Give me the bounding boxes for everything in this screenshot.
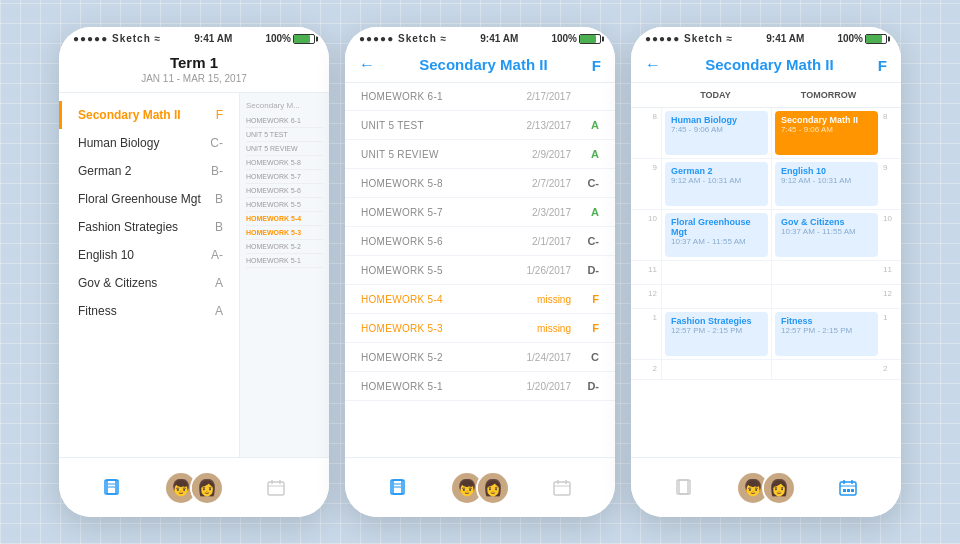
- assignment-date: 1/20/2017: [527, 381, 572, 392]
- avatar-group-3[interactable]: 👦 👩: [736, 471, 796, 505]
- mini-list-item: HOMEWORK 5-3: [246, 226, 323, 240]
- back-button-3[interactable]: ←: [645, 56, 661, 74]
- cal-row-2: 2 2: [631, 360, 901, 380]
- mini-list-item: HOMEWORK 5-4: [246, 212, 323, 226]
- event-english[interactable]: English 10 9:12 AM - 10:31 AM: [775, 162, 878, 206]
- phone-detail-view: ●●●●● Sketch ≈ 9:41 AM 100% ← Secondary …: [345, 27, 615, 517]
- assignment-row[interactable]: UNIT 5 TEST 2/13/2017 A: [345, 111, 615, 140]
- term-content: Secondary Math II F Human Biology C- Ger…: [59, 93, 329, 457]
- today-10[interactable]: Floral Greenhouse Mgt 10:37 AM - 11:55 A…: [661, 210, 771, 260]
- avatar-parent-3: 👩: [762, 471, 796, 505]
- event-sec-math[interactable]: Secondary Math II 7:45 - 9:06 AM: [775, 111, 878, 155]
- hour-right-9: 9: [881, 159, 901, 209]
- assignment-name: HOMEWORK 5-3: [361, 323, 537, 334]
- assignment-name: HOMEWORK 5-1: [361, 381, 527, 392]
- parent-face: 👩: [192, 473, 222, 503]
- mini-list-item: HOMEWORK 5-8: [246, 156, 323, 170]
- assignment-date: 2/1/2017: [532, 236, 571, 247]
- time-display-2: 9:41 AM: [480, 33, 518, 44]
- book-icon-2[interactable]: [384, 474, 412, 502]
- assignment-date: 2/3/2017: [532, 207, 571, 218]
- event-floral[interactable]: Floral Greenhouse Mgt 10:37 AM - 11:55 A…: [665, 213, 768, 257]
- assignment-row[interactable]: HOMEWORK 5-3 missing F: [345, 314, 615, 343]
- hour-right-12: 12: [881, 285, 901, 308]
- course-item[interactable]: Fitness A: [59, 297, 239, 325]
- calendar-icon-3[interactable]: [834, 474, 862, 502]
- assignment-row[interactable]: HOMEWORK 5-1 1/20/2017 D-: [345, 372, 615, 401]
- event-fashion[interactable]: Fashion Strategies 12:57 PM - 2:15 PM: [665, 312, 768, 356]
- course-name: Secondary Math II: [78, 108, 216, 122]
- time-display-3: 9:41 AM: [766, 33, 804, 44]
- tomorrow-8[interactable]: Secondary Math II 7:45 - 9:06 AM: [771, 108, 881, 158]
- book-icon-3[interactable]: [670, 474, 698, 502]
- assignment-row[interactable]: HOMEWORK 5-4 missing F: [345, 285, 615, 314]
- assignment-name: HOMEWORK 5-2: [361, 352, 527, 363]
- today-1[interactable]: Fashion Strategies 12:57 PM - 2:15 PM: [661, 309, 771, 359]
- tomorrow-10[interactable]: Gov & Citizens 10:37 AM - 11:55 AM: [771, 210, 881, 260]
- course-item[interactable]: German 2 B-: [59, 157, 239, 185]
- event-gov[interactable]: Gov & Citizens 10:37 AM - 11:55 AM: [775, 213, 878, 257]
- avatar-group-2[interactable]: 👦 👩: [450, 471, 510, 505]
- today-8[interactable]: Human Biology 7:45 - 9:06 AM: [661, 108, 771, 158]
- event-german[interactable]: German 2 9:12 AM - 10:31 AM: [665, 162, 768, 206]
- event-human-bio-time: 7:45 - 9:06 AM: [671, 125, 762, 134]
- assignment-grade: C-: [583, 177, 599, 189]
- avatar-parent: 👩: [190, 471, 224, 505]
- event-english-time: 9:12 AM - 10:31 AM: [781, 176, 872, 185]
- event-fitness[interactable]: Fitness 12:57 PM - 2:15 PM: [775, 312, 878, 356]
- assignment-grade: F: [583, 293, 599, 305]
- assignment-row[interactable]: HOMEWORK 5-2 1/24/2017 C: [345, 343, 615, 372]
- event-floral-time: 10:37 AM - 11:55 AM: [671, 237, 762, 246]
- assignment-date: missing: [537, 323, 571, 334]
- assignment-row[interactable]: UNIT 5 REVIEW 2/9/2017 A: [345, 140, 615, 169]
- assignment-row[interactable]: HOMEWORK 6-1 2/17/2017: [345, 83, 615, 111]
- assignment-grade: A: [583, 119, 599, 131]
- course-item[interactable]: Human Biology C-: [59, 129, 239, 157]
- assignment-row[interactable]: HOMEWORK 5-6 2/1/2017 C-: [345, 227, 615, 256]
- assignment-row[interactable]: HOMEWORK 5-7 2/3/2017 A: [345, 198, 615, 227]
- mini-list-item: HOMEWORK 5-5: [246, 198, 323, 212]
- course-grade: A: [215, 304, 223, 318]
- course-item[interactable]: Secondary Math II F: [59, 101, 239, 129]
- assignment-name: HOMEWORK 5-7: [361, 207, 532, 218]
- calendar-icon[interactable]: [262, 474, 290, 502]
- assignment-row[interactable]: HOMEWORK 5-5 1/26/2017 D-: [345, 256, 615, 285]
- assignment-name: HOMEWORK 6-1: [361, 91, 527, 102]
- battery-indicator-3: 100%: [837, 33, 887, 44]
- book-icon[interactable]: [98, 474, 126, 502]
- assignment-grade: C: [583, 351, 599, 363]
- mini-assignment-list: Secondary M... HOMEWORK 6-1UNIT 5 TESTUN…: [239, 93, 329, 457]
- course-item[interactable]: English 10 A-: [59, 241, 239, 269]
- assignment-date: 2/13/2017: [527, 120, 572, 131]
- event-human-bio[interactable]: Human Biology 7:45 - 9:06 AM: [665, 111, 768, 155]
- hour-9: 9: [631, 159, 661, 209]
- assignment-name: HOMEWORK 5-6: [361, 236, 532, 247]
- course-grade: B: [215, 192, 223, 206]
- calendar-grade: F: [878, 57, 887, 74]
- course-name: English 10: [78, 248, 211, 262]
- avatar-parent-2: 👩: [476, 471, 510, 505]
- event-floral-title: Floral Greenhouse Mgt: [671, 217, 762, 237]
- course-item[interactable]: Floral Greenhouse Mgt B: [59, 185, 239, 213]
- hour-1: 1: [631, 309, 661, 359]
- back-button[interactable]: ←: [359, 56, 375, 74]
- assignment-grade: A: [583, 148, 599, 160]
- assignment-row[interactable]: HOMEWORK 5-8 2/7/2017 C-: [345, 169, 615, 198]
- assignment-date: 1/24/2017: [527, 352, 572, 363]
- today-9[interactable]: German 2 9:12 AM - 10:31 AM: [661, 159, 771, 209]
- course-item[interactable]: Fashion Strategies B: [59, 213, 239, 241]
- course-item[interactable]: Gov & Citizens A: [59, 269, 239, 297]
- signal-icon: ●●●●● Sketch ≈: [73, 33, 161, 44]
- tomorrow-1[interactable]: Fitness 12:57 PM - 2:15 PM: [771, 309, 881, 359]
- tomorrow-9[interactable]: English 10 9:12 AM - 10:31 AM: [771, 159, 881, 209]
- assignment-date: 2/7/2017: [532, 178, 571, 189]
- assignment-grade: A: [583, 206, 599, 218]
- avatar-group[interactable]: 👦 👩: [164, 471, 224, 505]
- tomorrow-label: TOMORROW: [772, 87, 885, 103]
- mini-list-item: UNIT 5 TEST: [246, 128, 323, 142]
- svg-rect-23: [847, 489, 850, 492]
- event-gov-time: 10:37 AM - 11:55 AM: [781, 227, 872, 236]
- course-name: Floral Greenhouse Mgt: [78, 192, 215, 206]
- cal-row-1: 1 Fashion Strategies 12:57 PM - 2:15 PM …: [631, 309, 901, 360]
- calendar-icon-2[interactable]: [548, 474, 576, 502]
